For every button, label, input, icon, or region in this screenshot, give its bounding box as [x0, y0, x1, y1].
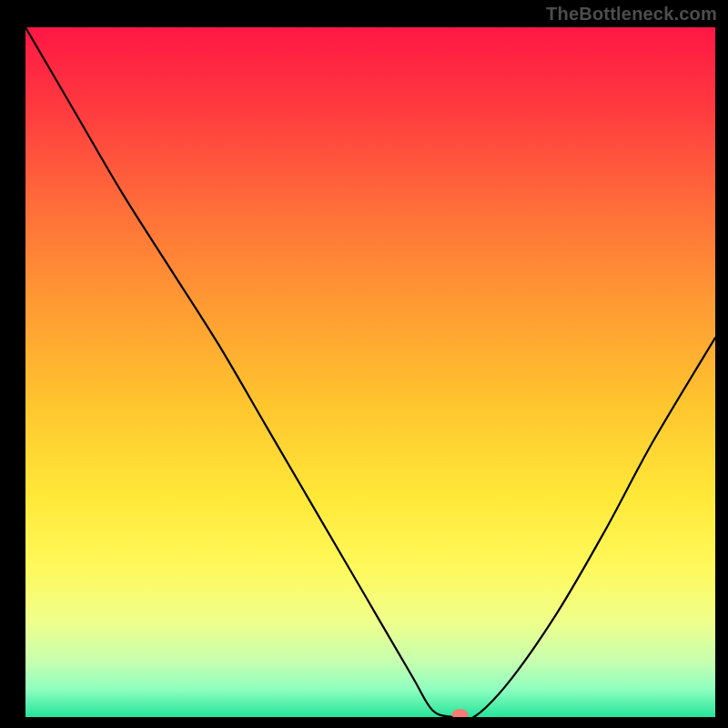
gradient-rect: [25, 27, 715, 717]
watermark-text: TheBottleneck.com: [546, 4, 717, 25]
plot-area: [25, 27, 715, 717]
chart-container: TheBottleneck.com: [0, 0, 728, 728]
chart-svg: [25, 27, 715, 717]
